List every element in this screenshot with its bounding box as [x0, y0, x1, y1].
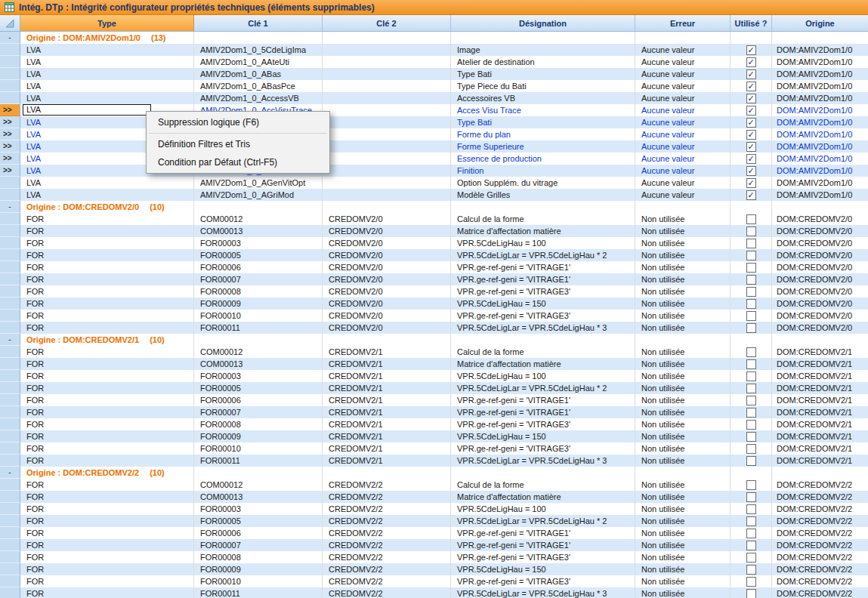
table-row[interactable]: FORCOM00012CREDOMV2/1Calcul de la formeN… — [0, 346, 868, 358]
row-selector[interactable] — [0, 237, 20, 249]
used-checkbox[interactable] — [746, 589, 756, 598]
table-row[interactable]: FORCOM00012CREDOMV2/2Calcul de la formeN… — [0, 479, 868, 491]
used-checkbox[interactable] — [746, 565, 756, 575]
used-checkbox[interactable] — [746, 214, 756, 224]
row-selector[interactable] — [0, 310, 20, 322]
row-selector[interactable] — [0, 285, 20, 297]
used-checkbox[interactable]: ✓ — [746, 154, 756, 164]
used-checkbox[interactable]: ✓ — [746, 130, 756, 140]
used-checkbox[interactable] — [746, 275, 756, 285]
table-row[interactable]: FORFOR00009CREDOMV2/2VPR.5CdeLigHau = 15… — [0, 563, 868, 575]
used-checkbox[interactable] — [746, 577, 756, 587]
used-checkbox[interactable]: ✓ — [746, 106, 756, 116]
table-row[interactable]: FORCOM00012CREDOMV2/0Calcul de la formeN… — [0, 213, 868, 225]
row-selector[interactable]: >> — [0, 140, 20, 153]
row-selector[interactable] — [0, 68, 20, 80]
table-row[interactable]: FORFOR00007CREDOMV2/2VPR.ge-ref-geni = '… — [0, 539, 868, 551]
menu-item-definition-filtres-et-tris[interactable]: Définition Filtres et Tris — [147, 135, 329, 153]
title-bar[interactable]: Intég. DTp : Intégrité configurateur pro… — [0, 0, 868, 15]
row-selector[interactable] — [0, 44, 20, 56]
row-selector[interactable] — [0, 56, 20, 68]
column-header-origine[interactable]: Origine — [772, 15, 868, 32]
table-row[interactable]: LVAAMIV2Dom1_0_ABasPceType Piece du Bati… — [0, 80, 868, 92]
used-checkbox[interactable] — [746, 347, 756, 357]
used-checkbox[interactable] — [746, 227, 756, 236]
select-all-corner[interactable] — [0, 15, 20, 32]
used-checkbox[interactable]: ✓ — [746, 118, 756, 128]
row-selector[interactable] — [0, 442, 20, 455]
table-row[interactable]: >>LVAAMIV2Dom1_0_AccVisuTraceAcces Visu … — [0, 104, 868, 116]
row-selector[interactable] — [0, 479, 20, 491]
column-header-type[interactable]: Type — [20, 15, 194, 32]
used-checkbox[interactable] — [746, 396, 756, 405]
used-checkbox[interactable] — [746, 432, 756, 442]
row-selector[interactable] — [0, 322, 20, 334]
table-row[interactable]: FORFOR00009CREDOMV2/1VPR.5CdeLigHau = 15… — [0, 430, 868, 442]
table-row[interactable]: FORFOR00005CREDOMV2/2VPR.5CdeLigLar = VP… — [0, 515, 868, 527]
row-selector[interactable] — [0, 575, 20, 587]
table-row[interactable]: FORFOR00010CREDOMV2/2VPR.ge-ref-geni = '… — [0, 575, 868, 587]
row-selector[interactable]: >> — [0, 128, 20, 140]
used-checkbox[interactable] — [746, 456, 756, 466]
used-checkbox[interactable]: ✓ — [746, 178, 756, 188]
table-row[interactable]: FORFOR00008CREDOMV2/2VPR.ge-ref-geni = '… — [0, 551, 868, 563]
row-selector[interactable] — [0, 515, 20, 527]
table-row[interactable]: FORFOR00010CREDOMV2/0VPR.ge-ref-geni = '… — [0, 310, 868, 322]
row-selector[interactable] — [0, 80, 20, 92]
table-row[interactable]: FORFOR00006CREDOMV2/1VPR.ge-ref-geni = '… — [0, 394, 868, 406]
used-checkbox[interactable] — [746, 384, 756, 393]
table-row[interactable]: LVAAMIV2Dom1_0_AGenVitOptOption Supplém.… — [0, 177, 868, 189]
table-row[interactable]: FORFOR00008CREDOMV2/0VPR.ge-ref-geni = '… — [0, 285, 868, 297]
table-row[interactable]: FORFOR00003CREDOMV2/2VPR.5CdeLigHau = 10… — [0, 503, 868, 515]
row-selector[interactable] — [0, 358, 20, 370]
table-row[interactable]: >>LVAType BatiAucune valeur✓DOM:AMIV2Dom… — [0, 116, 868, 128]
table-row[interactable]: >>LVAForme du planAucune valeur✓DOM:AMIV… — [0, 128, 868, 140]
row-selector[interactable] — [0, 491, 20, 503]
used-checkbox[interactable] — [746, 444, 756, 454]
row-selector[interactable] — [0, 587, 20, 598]
used-checkbox[interactable] — [746, 323, 756, 333]
used-checkbox[interactable] — [746, 311, 756, 321]
row-selector[interactable] — [0, 213, 20, 225]
row-selector[interactable]: >> — [0, 153, 20, 165]
used-checkbox[interactable] — [746, 359, 756, 369]
used-checkbox[interactable] — [746, 480, 756, 490]
row-selector[interactable] — [0, 177, 20, 189]
used-checkbox[interactable]: ✓ — [746, 190, 756, 200]
row-selector[interactable] — [0, 189, 20, 201]
table-row[interactable]: FORFOR00003CREDOMV2/0VPR.5CdeLigHau = 10… — [0, 237, 868, 249]
row-selector[interactable] — [0, 249, 20, 261]
menu-item-condition-par-defaut[interactable]: Condition par Défaut (Ctrl-F5) — [147, 153, 329, 171]
row-selector[interactable] — [0, 418, 20, 430]
group-collapse-toggle[interactable]: - — [0, 32, 20, 44]
table-row[interactable]: FORFOR00005CREDOMV2/1VPR.5CdeLigLar = VP… — [0, 382, 868, 394]
table-row[interactable]: FORFOR00011CREDOMV2/0VPR.5CdeLigLar = VP… — [0, 322, 868, 334]
table-row[interactable]: FORFOR00009CREDOMV2/0VPR.5CdeLigHau = 15… — [0, 297, 868, 310]
used-checkbox[interactable]: ✓ — [746, 57, 756, 67]
used-checkbox[interactable] — [746, 516, 756, 526]
menu-item-suppression-logique[interactable]: Suppression logique (F6) — [147, 113, 329, 131]
row-selector[interactable] — [0, 455, 20, 467]
row-selector[interactable] — [0, 370, 20, 382]
used-checkbox[interactable] — [746, 239, 756, 248]
used-checkbox[interactable]: ✓ — [746, 82, 756, 91]
table-row[interactable]: FORCOM00013CREDOMV2/2Matrice d'affectati… — [0, 491, 868, 503]
used-checkbox[interactable] — [746, 553, 756, 563]
row-selector[interactable] — [0, 261, 20, 273]
used-checkbox[interactable] — [746, 263, 756, 273]
group-collapse-toggle[interactable]: - — [0, 334, 20, 346]
used-checkbox[interactable] — [746, 371, 756, 381]
used-checkbox[interactable] — [746, 287, 756, 297]
row-selector[interactable] — [0, 406, 20, 418]
used-checkbox[interactable]: ✓ — [746, 45, 756, 55]
row-selector[interactable]: >> — [0, 116, 20, 128]
table-row[interactable]: LVAAMIV2Dom1_0_AccessVBAccessoires VBAuc… — [0, 92, 868, 104]
row-selector[interactable] — [0, 527, 20, 539]
table-row[interactable]: FORFOR00008CREDOMV2/1VPR.ge-ref-geni = '… — [0, 418, 868, 430]
row-selector[interactable] — [0, 346, 20, 358]
row-selector[interactable] — [0, 503, 20, 515]
used-checkbox[interactable] — [746, 420, 756, 430]
used-checkbox[interactable] — [746, 529, 756, 538]
table-row[interactable]: FORFOR00007CREDOMV2/0VPR.ge-ref-geni = '… — [0, 273, 868, 285]
table-row[interactable]: FORCOM00013CREDOMV2/0Matrice d'affectati… — [0, 225, 868, 237]
